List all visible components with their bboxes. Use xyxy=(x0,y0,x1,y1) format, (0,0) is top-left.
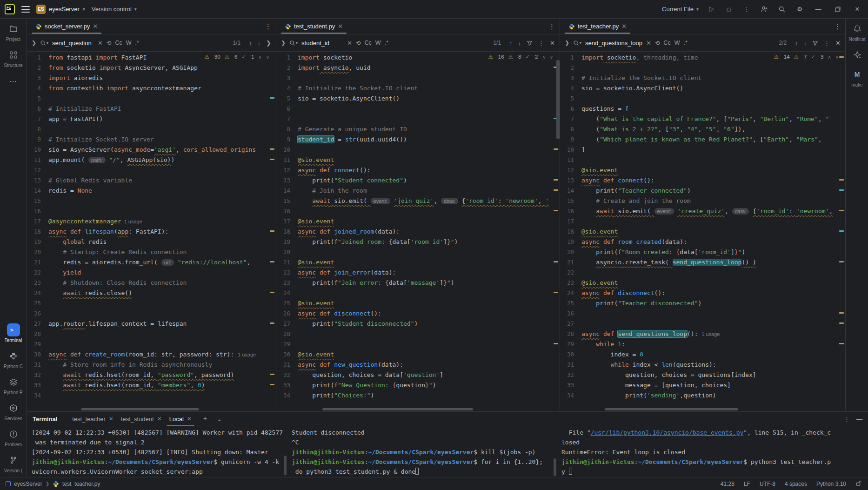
horizontal-scrollbar[interactable] xyxy=(81,408,199,410)
tab-close-icon[interactable]: ✕ xyxy=(621,23,627,30)
project-widget[interactable]: ES eyesServer ▾ xyxy=(36,5,85,14)
statusbar-file[interactable]: test_teacher.py xyxy=(62,481,100,487)
match-case-toggle[interactable]: Cc xyxy=(663,40,670,46)
toolstrip-item-version-control[interactable]: Version ( xyxy=(0,454,27,473)
horizontal-scrollbar[interactable] xyxy=(605,408,738,410)
next-problem-icon[interactable]: ∨ xyxy=(835,54,839,60)
tab-close-icon[interactable]: ✕ xyxy=(157,416,162,422)
prev-match-icon[interactable]: ↑ xyxy=(249,40,252,47)
file-link[interactable]: /usr/lib/python3.10/asyncio/base_events.… xyxy=(591,429,744,436)
toolstrip-item-python-console[interactable]: Python C xyxy=(0,349,27,369)
toolstrip-item-structure[interactable]: Structure xyxy=(0,48,27,68)
toolstrip-item-more[interactable]: ⋯ xyxy=(0,74,27,87)
whole-words-toggle[interactable]: W xyxy=(126,40,132,46)
editor-tab[interactable]: test_teacher.py ✕ xyxy=(564,19,631,34)
minimize-icon[interactable]: — xyxy=(812,3,824,15)
inspections-widget[interactable]: ⚠16⚠8✓2∧∨ xyxy=(485,54,553,60)
search-history-icon[interactable]: ⟲ xyxy=(107,40,111,47)
terminal-tab-test_student[interactable]: test_student✕ xyxy=(117,412,166,426)
tab-options-icon[interactable]: ⋮ xyxy=(834,22,841,31)
terminal-content[interactable]: [2024-09-02 12:22:33 +0530] [482567] [WA… xyxy=(27,426,868,477)
next-match-icon[interactable]: ↓ xyxy=(804,40,807,47)
expand-replace-icon[interactable]: ❯ xyxy=(565,40,569,46)
terminal-options-icon[interactable]: ⋮ xyxy=(844,416,850,423)
new-terminal-icon[interactable]: ＋ xyxy=(200,415,210,423)
filter-icon[interactable] xyxy=(527,40,533,46)
inspections-widget[interactable]: ⚠30⚠6✓1∧∨ xyxy=(201,54,269,60)
vcs-widget[interactable]: Version control ▾ xyxy=(92,6,137,13)
search-icon[interactable]: ▾ xyxy=(289,40,298,46)
search-input[interactable]: student_id xyxy=(301,40,343,47)
statusbar-item[interactable]: Python 3.10 xyxy=(816,481,846,487)
regex-toggle[interactable]: .* xyxy=(135,40,139,46)
toolstrip-item-services[interactable]: Services xyxy=(0,402,27,421)
next-problem-icon[interactable]: ∨ xyxy=(266,54,269,60)
toolstrip-item-problems[interactable]: Problem xyxy=(0,428,27,447)
close-icon[interactable]: ✕ xyxy=(835,40,841,47)
prev-problem-icon[interactable]: ∧ xyxy=(828,54,831,60)
tab-options-icon[interactable]: ⋮ xyxy=(548,22,556,31)
kebab-icon[interactable]: ⋮ xyxy=(824,40,830,47)
toolstrip-item-make[interactable]: Mmake xyxy=(846,68,868,87)
inspections-widget[interactable]: ⚠14⚠7✓3∧∨ xyxy=(771,54,839,60)
statusbar-project[interactable]: eyesServer xyxy=(14,481,42,487)
filter-icon[interactable] xyxy=(812,40,818,46)
search-history-icon[interactable]: ⟲ xyxy=(356,40,361,47)
editor-tab[interactable]: test_student.py ✕ xyxy=(280,19,347,34)
settings-gear-icon[interactable]: ⚙ xyxy=(795,4,805,14)
regex-toggle[interactable]: .* xyxy=(385,40,388,46)
terminal-scrollbar[interactable] xyxy=(284,456,287,475)
terminal-tab-Local[interactable]: Local✕ xyxy=(166,412,195,426)
match-case-toggle[interactable]: Cc xyxy=(364,40,371,46)
unlock-icon[interactable] xyxy=(855,480,861,488)
chevr-icon[interactable]: ❯ xyxy=(266,40,271,47)
kebab-icon[interactable]: ⋮ xyxy=(538,40,544,47)
search-icon[interactable]: ▾ xyxy=(573,40,581,46)
search-everywhere-icon[interactable] xyxy=(777,4,787,14)
whole-words-toggle[interactable]: W xyxy=(375,40,381,46)
terminal-tab-test_teacher[interactable]: test_teacher✕ xyxy=(68,412,117,426)
main-menu-icon[interactable] xyxy=(21,6,30,13)
search-input[interactable]: send_questions_loop xyxy=(585,40,642,47)
code-editor[interactable]: 1from fastapi import FastAPI2from socket… xyxy=(27,52,276,411)
tab-close-icon[interactable]: ✕ xyxy=(93,23,98,30)
toolstrip-item-notifications[interactable]: Notificat xyxy=(846,22,868,42)
prev-match-icon[interactable]: ↑ xyxy=(509,40,513,47)
whole-words-toggle[interactable]: W xyxy=(674,40,680,46)
search-input[interactable]: send_question xyxy=(52,40,94,47)
add-user-icon[interactable] xyxy=(759,4,769,14)
terminal-column[interactable]: Student disconnected^Cjithin@jithin-Vict… xyxy=(287,428,557,477)
run-icon[interactable] xyxy=(706,4,716,14)
horizontal-scrollbar[interactable] xyxy=(322,408,473,410)
clear-search-icon[interactable]: ✕ xyxy=(347,40,352,47)
tab-close-icon[interactable]: ✕ xyxy=(109,416,114,422)
close-icon[interactable]: ✕ xyxy=(851,3,863,15)
terminal-column[interactable]: File "/usr/lib/python3.10/asyncio/base_e… xyxy=(557,428,868,477)
next-match-icon[interactable]: ↓ xyxy=(518,40,521,47)
search-icon[interactable]: ▾ xyxy=(40,40,48,46)
vertical-scrollbar[interactable] xyxy=(556,60,560,139)
next-problem-icon[interactable]: ∨ xyxy=(550,54,553,60)
statusbar-item[interactable]: UTF-8 xyxy=(760,481,775,487)
tab-close-icon[interactable]: ✕ xyxy=(338,23,343,30)
code-editor[interactable]: 1import socketio2import asyncio, uuid34#… xyxy=(276,52,560,411)
debug-icon[interactable] xyxy=(724,4,734,14)
toolstrip-item-python-packages[interactable]: Python P xyxy=(0,376,27,395)
toolstrip-item-terminal[interactable]: >_Terminal xyxy=(0,323,27,343)
editor-tab[interactable]: socket_server.py ✕ xyxy=(31,19,102,34)
code-editor[interactable]: 1import socketio, threading, time23# Ini… xyxy=(560,52,845,411)
prev-match-icon[interactable]: ↑ xyxy=(795,40,798,47)
statusbar-item[interactable]: 41:28 xyxy=(721,481,734,487)
terminal-column[interactable]: [2024-09-02 12:22:33 +0530] [482567] [WA… xyxy=(27,428,287,477)
clear-search-icon[interactable]: ✕ xyxy=(98,40,103,47)
next-match-icon[interactable]: ↓ xyxy=(258,40,261,47)
terminal-dropdown-icon[interactable]: ⌄ xyxy=(215,415,224,423)
hide-terminal-icon[interactable]: — xyxy=(856,416,862,423)
statusbar-item[interactable]: LF xyxy=(744,481,750,487)
prev-problem-icon[interactable]: ∧ xyxy=(258,54,261,60)
maximize-icon[interactable] xyxy=(832,3,844,15)
more-actions-icon[interactable]: ⋮ xyxy=(741,4,752,14)
run-config-selector[interactable]: Current File ▾ xyxy=(662,6,699,13)
toolstrip-item-project[interactable]: Project xyxy=(0,22,27,42)
terminal-scrollbar[interactable] xyxy=(554,458,556,476)
